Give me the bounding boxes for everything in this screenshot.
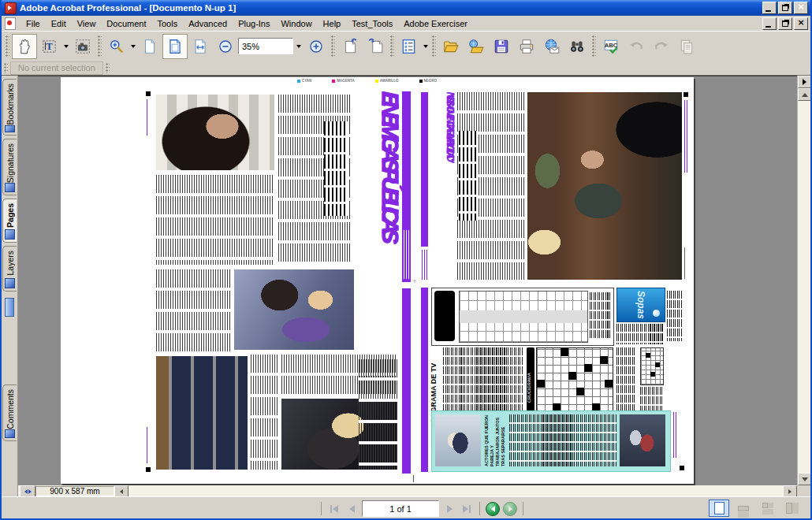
zoom-out-button[interactable] [213, 34, 238, 59]
vertical-scrollbar[interactable] [797, 76, 810, 485]
email-button[interactable] [539, 34, 564, 59]
continuous-icon [738, 506, 749, 511]
navigation-panels-dropdown[interactable] [423, 45, 428, 48]
menu-view[interactable]: View [72, 17, 102, 30]
zoom-out-icon [218, 39, 233, 54]
selection-bar: No current selection [2, 61, 810, 76]
doc-restore-button[interactable] [778, 17, 792, 30]
previous-page-button[interactable] [345, 502, 359, 516]
menu-file[interactable]: File [20, 17, 46, 30]
last-page-button[interactable] [460, 502, 474, 516]
toolbar-grip[interactable] [4, 63, 8, 73]
undo-button[interactable] [624, 34, 649, 59]
search-button[interactable] [564, 34, 590, 59]
facing-layout-button[interactable] [782, 500, 803, 517]
spell-check-button[interactable]: ABC [598, 34, 624, 59]
tab-bookmarks[interactable]: Bookmarks [2, 79, 17, 136]
continuous-facing-layout-button[interactable] [758, 500, 778, 517]
menu-test-tools[interactable]: Test_Tools [346, 17, 398, 30]
toolbar-grip[interactable] [331, 35, 335, 58]
toolbar-grip[interactable] [592, 35, 596, 58]
continuous-facing-icon [762, 503, 768, 508]
zoom-tool-dropdown[interactable] [131, 45, 136, 48]
trim-mark [413, 475, 414, 482]
photo-woman-dark-hair [156, 95, 274, 170]
toolbar-grip[interactable] [390, 35, 394, 58]
fit-width-button[interactable] [188, 34, 213, 59]
continuous-layout-button[interactable] [733, 500, 754, 517]
doc-minimize-button[interactable] [762, 17, 777, 30]
restore-button[interactable] [778, 2, 792, 14]
document-pane[interactable]: CYAN MAGENTA AMARILLO NEGRO ENEMIGAS PÚB… [18, 76, 797, 485]
next-page-button[interactable] [442, 502, 456, 516]
go-back-view-button[interactable] [486, 502, 500, 516]
registration-mark: + [411, 277, 419, 285]
menu-document[interactable]: Document [101, 17, 151, 30]
zoom-level-dropdown[interactable] [293, 39, 304, 54]
tab-pages[interactable]: Pages [2, 199, 17, 243]
bookmarks-tab-icon [5, 125, 15, 132]
toolbar-grip[interactable] [106, 63, 110, 73]
navigation-panels-button[interactable] [397, 34, 422, 59]
menu-adobe-exerciser[interactable]: Adobe Exerciser [398, 17, 473, 30]
tab-layers[interactable]: Layers [2, 246, 17, 292]
svg-text:T: T [46, 41, 52, 52]
purple-gutter-bar [402, 288, 411, 474]
print-icon [518, 38, 535, 55]
fit-page-button[interactable] [162, 34, 188, 59]
text-column-block [509, 414, 616, 466]
open-folder-icon [442, 38, 460, 55]
open-button[interactable] [438, 34, 464, 59]
menu-advanced[interactable]: Advanced [183, 17, 233, 30]
scroll-up-button[interactable] [798, 88, 811, 101]
snapshot-tool-button[interactable] [70, 34, 95, 59]
redo-button[interactable] [649, 34, 674, 59]
tab-signatures[interactable]: Signatures [2, 139, 17, 195]
copy-button[interactable] [674, 34, 699, 59]
scroll-left-button[interactable] [114, 485, 129, 497]
signatures-tab-icon [5, 183, 15, 192]
toolbar-grip[interactable] [432, 35, 436, 58]
first-page-button[interactable] [327, 502, 341, 516]
zoom-in-tool-button[interactable] [104, 34, 129, 59]
hand-tool-button[interactable] [12, 34, 37, 59]
pdf-page[interactable]: CYAN MAGENTA AMARILLO NEGRO ENEMIGAS PÚB… [61, 77, 694, 484]
go-forward-view-button[interactable] [503, 502, 517, 516]
menu-edit[interactable]: Edit [46, 17, 72, 30]
scroll-down-button[interactable] [798, 473, 811, 485]
pane-overflow-button[interactable] [798, 76, 811, 88]
menu-tools[interactable]: Tools [152, 17, 184, 30]
toolbar-grip[interactable] [6, 35, 9, 58]
document-icon[interactable] [5, 17, 16, 30]
left-page-headline: ENEMIGAS PÚBLICAS [353, 91, 402, 356]
tab-comments[interactable]: Comments [2, 384, 17, 441]
text-select-tool-button[interactable]: T [37, 34, 62, 59]
panel-splitter-handle[interactable] [5, 298, 14, 317]
kicker-text [404, 230, 409, 279]
text-select-dropdown[interactable] [64, 45, 69, 48]
menu-help[interactable]: Help [318, 17, 347, 30]
text-select-icon: T [41, 38, 58, 55]
tab-label: Pages [6, 203, 15, 228]
previous-view-button[interactable] [337, 34, 363, 59]
save-button[interactable] [489, 34, 514, 59]
zoom-level-field[interactable] [238, 38, 293, 54]
scroll-right-button[interactable] [783, 485, 797, 497]
page-number-field[interactable] [362, 500, 439, 517]
toolbar: T [2, 31, 810, 61]
toolbar-grip[interactable] [98, 35, 102, 58]
page-folio-strip [147, 99, 149, 136]
zoom-in-button[interactable] [304, 34, 329, 59]
doc-close-button[interactable]: × [794, 17, 808, 30]
actual-size-button[interactable] [137, 34, 162, 59]
menu-window[interactable]: Window [275, 17, 317, 30]
page-size-toggle[interactable] [20, 485, 35, 497]
print-button[interactable] [514, 34, 539, 59]
minimize-button[interactable] [762, 2, 777, 14]
menu-plugins[interactable]: Plug-Ins [233, 17, 275, 30]
single-page-layout-button[interactable] [709, 500, 729, 517]
page-size-label: 900 x 587 mm [35, 486, 114, 496]
open-web-page-button[interactable] [464, 34, 489, 59]
close-button[interactable]: × [794, 2, 808, 14]
next-view-button[interactable] [363, 34, 388, 59]
